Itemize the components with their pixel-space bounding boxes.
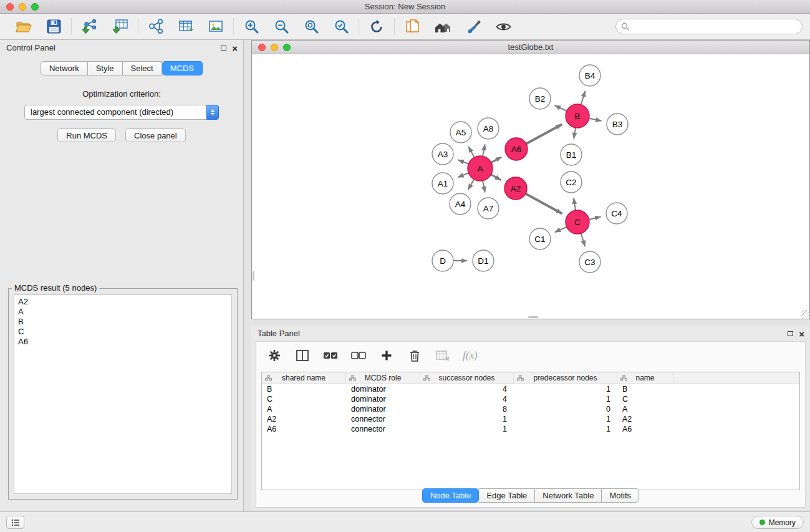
column-header-shared-name[interactable]: shared name [262, 372, 346, 384]
edge-B-B1[interactable] [574, 128, 576, 139]
home-icon[interactable] [434, 17, 451, 36]
node-C1[interactable]: C1 [529, 228, 551, 249]
network-window-titlebar[interactable]: testGlobe.txt [252, 41, 809, 54]
horizontal-scroll-indicator[interactable] [528, 316, 538, 318]
edge-A-A5[interactable] [468, 147, 474, 158]
zoom-fit-icon[interactable] [303, 17, 319, 36]
edge-A-A6[interactable] [491, 157, 502, 163]
edge-A-A7[interactable] [483, 181, 485, 193]
task-history-button[interactable] [6, 516, 24, 529]
table-row[interactable]: Cdominator41C [262, 394, 799, 404]
column-header-successor-nodes[interactable]: successor nodes [420, 372, 514, 384]
node-A3[interactable]: A3 [432, 143, 453, 165]
float-panel-icon[interactable] [221, 46, 226, 51]
close-panel-icon[interactable]: × [232, 44, 238, 53]
gear-icon[interactable] [266, 346, 282, 365]
deselect-all-icon[interactable] [350, 346, 367, 365]
result-item[interactable]: A2 [18, 297, 228, 307]
node-B1[interactable]: B1 [561, 144, 582, 165]
documents-icon[interactable] [404, 17, 420, 36]
edge-A-A2[interactable] [491, 175, 501, 180]
node-B4[interactable]: B4 [579, 65, 600, 86]
result-item[interactable]: B [18, 317, 228, 327]
tab-node-table[interactable]: Node Table [422, 488, 480, 503]
import-network-file-icon[interactable] [81, 17, 98, 36]
columns-icon[interactable] [294, 346, 311, 365]
folder-open-icon[interactable] [16, 17, 32, 36]
node-C[interactable]: C [566, 210, 589, 234]
vertical-scroll-indicator[interactable] [253, 271, 254, 281]
node-C2[interactable]: C2 [561, 172, 582, 193]
delete-row-icon[interactable] [407, 346, 423, 365]
close-panel-button[interactable]: Close panel [125, 128, 186, 142]
zoom-out-icon[interactable] [273, 17, 289, 36]
node-A1[interactable]: A1 [432, 173, 453, 194]
node-A8[interactable]: A8 [478, 118, 499, 139]
style-brush-icon[interactable] [465, 17, 481, 36]
tab-edge-table[interactable]: Edge Table [479, 488, 535, 503]
close-table-panel-icon[interactable]: × [799, 329, 804, 339]
network-canvas[interactable]: AA1A2A3A4A5A6A7A8BB1B2B3B4CC1C2C3C4DD1 [252, 54, 809, 319]
result-item[interactable]: A [18, 307, 228, 317]
table-row[interactable]: Adominator80A [262, 404, 799, 414]
edge-B-B4[interactable] [581, 91, 586, 105]
node-A6[interactable]: A6 [505, 138, 528, 160]
column-header-name[interactable]: name [617, 372, 673, 384]
tab-style[interactable]: Style [88, 61, 123, 75]
node-C3[interactable]: C3 [579, 251, 600, 273]
edge-B-B2[interactable] [555, 105, 567, 111]
node-B3[interactable]: B3 [607, 114, 628, 135]
result-item[interactable]: A6 [18, 337, 228, 347]
zoom-selected-icon[interactable] [333, 17, 349, 36]
export-image-icon[interactable] [208, 17, 224, 36]
table-row[interactable]: Bdominator41B [262, 384, 799, 394]
node-B[interactable]: B [566, 104, 589, 128]
tab-mcds[interactable]: MCDS [162, 61, 203, 75]
node-C4[interactable]: C4 [606, 203, 627, 224]
network-minimize-traffic-light[interactable] [271, 44, 278, 51]
title-bar[interactable]: Session: New Session [0, 0, 810, 14]
column-header-predecessor-nodes[interactable]: predecessor nodes [514, 372, 617, 384]
select-all-icon[interactable] [322, 346, 339, 365]
node-D1[interactable]: D1 [473, 250, 494, 271]
table-row[interactable]: A6connector11A6 [262, 424, 799, 434]
search-input[interactable] [615, 19, 803, 34]
tab-network[interactable]: Network [41, 61, 88, 75]
node-A2[interactable]: A2 [504, 177, 527, 200]
show-details-eye-icon[interactable] [495, 17, 512, 36]
zoom-in-icon[interactable] [243, 17, 259, 36]
add-row-icon[interactable] [378, 346, 395, 365]
delete-table-icon[interactable] [435, 346, 451, 365]
function-builder-icon[interactable]: f(x) [463, 349, 478, 362]
edge-A6-B[interactable] [526, 124, 562, 143]
node-A4[interactable]: A4 [450, 193, 471, 215]
edge-C-C2[interactable] [574, 198, 576, 211]
node-A5[interactable]: A5 [450, 122, 471, 143]
mcds-result-list[interactable]: A2ABCA6 [14, 294, 232, 494]
network-close-traffic-light[interactable] [258, 44, 266, 51]
resize-grip[interactable] [801, 310, 809, 319]
tab-network-table[interactable]: Network Table [535, 488, 602, 503]
new-table-icon[interactable] [178, 17, 194, 36]
zoom-traffic-light[interactable] [31, 3, 39, 11]
edge-A-A4[interactable] [468, 179, 475, 190]
edge-B-B3[interactable] [589, 118, 602, 121]
new-network-icon[interactable] [148, 17, 164, 36]
result-item[interactable]: C [18, 327, 228, 337]
minimize-traffic-light[interactable] [19, 3, 26, 11]
memory-button[interactable]: Memory [751, 516, 804, 529]
edge-A-A8[interactable] [483, 145, 485, 157]
run-mcds-button[interactable]: Run MCDS [57, 128, 116, 142]
criterion-dropdown[interactable]: largest connected component (directed) [24, 105, 219, 120]
edge-A-A1[interactable] [458, 173, 468, 177]
node-A7[interactable]: A7 [478, 198, 499, 219]
apply-layout-icon[interactable] [369, 17, 385, 36]
edge-A2-C[interactable] [526, 194, 562, 214]
float-table-panel-icon[interactable] [788, 331, 793, 336]
node-A[interactable]: A [468, 156, 493, 181]
network-zoom-traffic-light[interactable] [283, 44, 291, 51]
node-B2[interactable]: B2 [529, 88, 551, 109]
table-row[interactable]: A2connector11A2 [262, 414, 799, 424]
edge-A-A3[interactable] [458, 160, 468, 164]
node-D[interactable]: D [432, 250, 453, 271]
